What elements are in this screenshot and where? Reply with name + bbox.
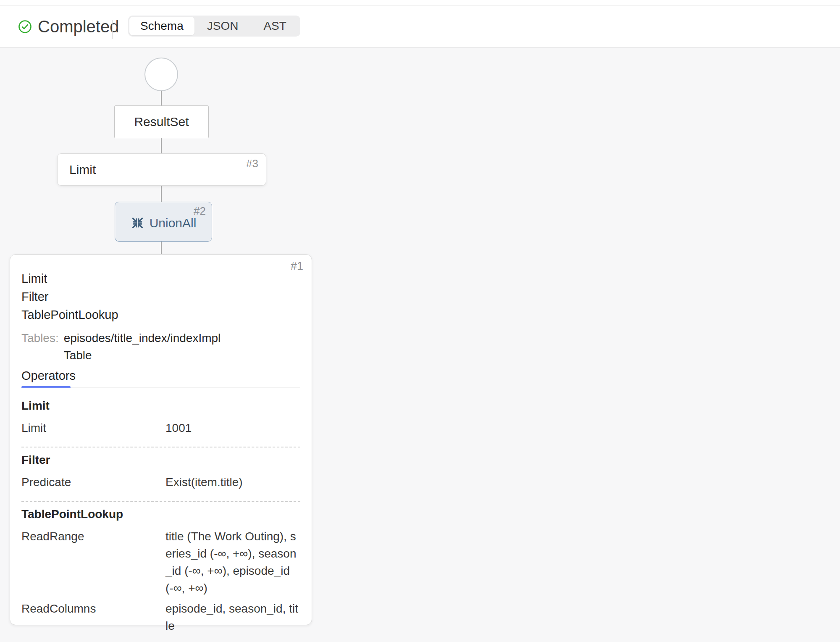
operator-name: TablePointLookup <box>21 306 300 324</box>
detail-row: Limit 1001 <box>21 419 300 437</box>
row-label: Predicate <box>21 474 165 491</box>
node-number-badge: #2 <box>194 205 206 218</box>
collapse-arrows-icon <box>131 213 144 230</box>
status-label: Completed <box>38 17 119 36</box>
node-number-badge: #1 <box>291 260 303 273</box>
row-label: ReadRange <box>21 528 165 597</box>
tab-json[interactable]: JSON <box>194 17 251 35</box>
node-operator-details[interactable]: #1 Limit Filter TablePointLookup Tables:… <box>10 254 312 625</box>
tables-label: Tables: <box>21 329 59 364</box>
edge-line <box>161 91 162 105</box>
row-label: ReadColumns <box>21 600 165 634</box>
dashed-divider <box>21 501 300 502</box>
row-value: Exist(item.title) <box>165 474 300 491</box>
header-top-divider <box>0 5 840 6</box>
tab-schema[interactable]: Schema <box>129 17 194 35</box>
row-label: Table <box>21 638 165 642</box>
tab-ast[interactable]: AST <box>251 17 299 35</box>
section-title: Filter <box>21 453 300 467</box>
status-indicator: Completed <box>18 6 119 47</box>
detail-row: Table episodes/title_index/indexImplTabl… <box>21 638 300 642</box>
node-number-badge: #3 <box>246 157 258 170</box>
node-title: ResultSet <box>134 115 189 129</box>
row-value: title (The Work Outing), series_id (-∞, … <box>165 528 300 597</box>
tables-row: Tables: episodes/title_index/indexImplTa… <box>21 329 300 364</box>
edge-line <box>161 242 162 255</box>
tables-value: episodes/title_index/indexImplTable <box>64 329 226 364</box>
operator-name: Filter <box>21 288 300 306</box>
detail-row: Predicate Exist(item.title) <box>21 474 300 491</box>
header-divider <box>112 20 113 39</box>
node-unionall[interactable]: UnionAll #2 <box>115 202 212 242</box>
row-value: episodes/title_index/indexImplTable <box>165 638 300 642</box>
root-node-circle[interactable] <box>144 58 178 91</box>
node-limit[interactable]: Limit #3 <box>57 153 266 186</box>
query-plan-canvas: ResultSet Limit #3 UnionAll #2 #1 Limit … <box>0 48 840 642</box>
operator-name-list: Limit Filter TablePointLookup <box>21 270 300 324</box>
row-label: Limit <box>21 419 165 437</box>
row-value: episode_id, season_id, title <box>165 600 300 634</box>
operators-tab-bar: Operators <box>21 369 300 387</box>
detail-row: ReadRange title (The Work Outing), serie… <box>21 528 300 597</box>
edge-line <box>161 138 162 154</box>
operator-sections: Limit Limit 1001 Filter Predicate Exist(… <box>21 399 300 642</box>
tab-operators[interactable]: Operators <box>21 369 76 383</box>
edge-line <box>161 186 162 202</box>
active-tab-indicator <box>21 386 71 388</box>
section-title: TablePointLookup <box>21 508 300 521</box>
view-tabs: Schema JSON AST <box>128 16 300 37</box>
operator-name: Limit <box>21 270 300 288</box>
check-circle-icon <box>18 20 32 34</box>
header-bar: Completed Schema JSON AST <box>0 0 840 47</box>
dashed-divider <box>21 447 300 447</box>
node-resultset[interactable]: ResultSet <box>114 105 209 138</box>
node-title: Limit <box>58 163 96 177</box>
row-value: 1001 <box>165 419 300 437</box>
detail-row: ReadColumns episode_id, season_id, title <box>21 600 300 634</box>
node-title: UnionAll <box>150 216 197 230</box>
section-title: Limit <box>21 399 300 413</box>
